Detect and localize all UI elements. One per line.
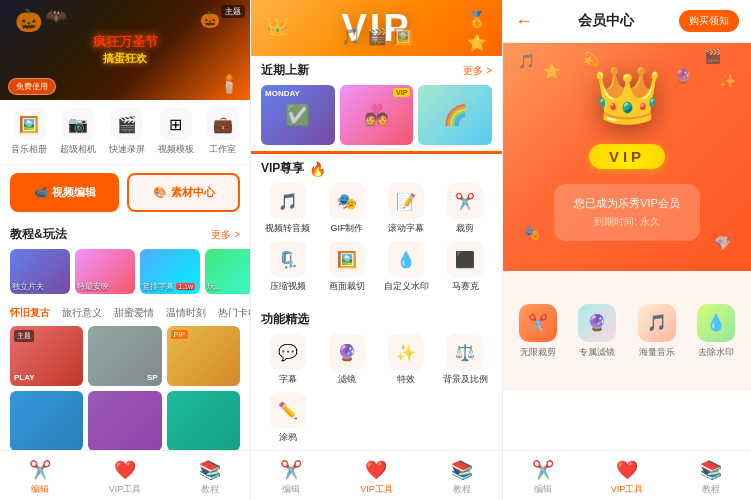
vip-info-box: 您已成为乐秀VIP会员 到期时间: 永久 (554, 184, 700, 241)
content-grid: 主题 PLAY SP PIP (0, 326, 250, 459)
grid-item-2[interactable]: SP (88, 326, 161, 386)
member-title: 会员中心 (578, 12, 634, 30)
vip-enjoy-section: VIP尊享 🔥 🎵 视频转音频 🎭 GIF制作 📝 滚动字幕 ✂️ 裁剪 🗜️ (251, 151, 502, 305)
icon-studio[interactable]: 💼 工作室 (207, 108, 239, 156)
recent-item-3[interactable]: 🌈 (418, 85, 492, 145)
feature-audio-convert[interactable]: 🎵 视频转音频 (261, 183, 314, 235)
nav3-edit[interactable]: ✂️ 编辑 (532, 459, 554, 496)
tab-warm[interactable]: 温情时刻 (166, 306, 206, 320)
tutorial-item-1[interactable]: 独立片夫 (10, 249, 70, 294)
perk-2-label: 专属滤镜 (579, 346, 615, 359)
vip-content: 🎵 ⭐ 🎬 ✨ 💫 🔮 🎭 💎 👑 VIP 您已成为乐秀VIP会员 到期时间: … (503, 43, 751, 450)
perk-1[interactable]: ✂️ 无限裁剪 (513, 304, 563, 359)
recent-item-1[interactable]: MONDAY ✅ (261, 85, 335, 145)
nav2-vip-label: VIP工具 (360, 483, 393, 496)
tutorial-label: 教程 (201, 483, 219, 496)
screen-record-icon: 🎬 (111, 108, 143, 140)
vip-bottom-icons: 🎵🎬🖼️ (341, 27, 413, 46)
recent-updates-section: 近期上新 更多 > MONDAY ✅ 💑 VIP 🌈 (251, 56, 502, 151)
func-graffiti[interactable]: ✏️ 涂鸦 (261, 392, 314, 444)
icon-music-album[interactable]: 🖼️ 音乐相册 (11, 108, 47, 156)
grid-item-6[interactable] (167, 391, 240, 451)
nav3-tutorial-icon: 📚 (700, 459, 722, 481)
recent-item-2[interactable]: 💑 VIP (340, 85, 414, 145)
icon-screen-record[interactable]: 🎬 快速录屏 (109, 108, 145, 156)
nav2-tutorial-label: 教程 (453, 483, 471, 496)
nav-tutorial[interactable]: 📚 教程 (199, 459, 221, 496)
studio-label: 工作室 (209, 143, 236, 156)
nav2-tutorial[interactable]: 📚 教程 (451, 459, 473, 496)
perk-2-icon: 🔮 (578, 304, 616, 342)
feature-scroll-caption[interactable]: 📝 滚动字幕 (380, 183, 433, 235)
nav3-vip-tools[interactable]: ❤️ VIP工具 (611, 459, 644, 496)
feature-watermark[interactable]: 💧 自定义水印 (380, 241, 433, 293)
icon-video-template[interactable]: ⊞ 视频模板 (158, 108, 194, 156)
grid-item-1[interactable]: 主题 PLAY (10, 326, 83, 386)
tutorials-title: 教程&玩法 (10, 226, 67, 243)
nav3-tutorial-label: 教程 (702, 483, 720, 496)
nav2-vip-tools[interactable]: ❤️ VIP工具 (360, 459, 393, 496)
float-icon-4: ✨ (719, 73, 736, 89)
icon-super-camera[interactable]: 📷 超级相机 (60, 108, 96, 156)
vip-expire-text: 到期时间: 永久 (574, 215, 680, 229)
tab-sweet[interactable]: 甜蜜爱情 (114, 306, 154, 320)
nav-edit[interactable]: ✂️ 编辑 (29, 459, 51, 496)
grid-item-4[interactable] (10, 391, 83, 451)
feature-gif[interactable]: 🎭 GIF制作 (320, 183, 373, 235)
function-icons-row: 🖼️ 音乐相册 📷 超级相机 🎬 快速录屏 ⊞ 视频模板 💼 工作室 (0, 100, 250, 165)
tab-travel[interactable]: 旅行意义 (62, 306, 102, 320)
tutorials-more[interactable]: 更多 > (211, 228, 240, 242)
perk-3[interactable]: 🎵 海量音乐 (632, 304, 682, 359)
perk-2[interactable]: 🔮 专属滤镜 (573, 304, 623, 359)
category-tabs: 怀旧复古 旅行意义 甜蜜爱情 温情时刻 热门卡# (0, 302, 250, 326)
vip-side-icons: 🏅 ⭐ ✨ (467, 10, 487, 56)
back-button[interactable]: ← (515, 11, 533, 32)
recent-grid: MONDAY ✅ 💑 VIP 🌈 (261, 85, 492, 145)
float-icon-6: 🔮 (674, 68, 691, 84)
tab-nostalgia[interactable]: 怀旧复古 (10, 306, 50, 320)
tutorial-item-3[interactable]: 竖排字幕 1.1w (140, 249, 200, 294)
frame-crop-label: 画面裁切 (329, 280, 365, 293)
tutorial-item-4[interactable]: 玩... (205, 249, 250, 294)
graffiti-icon: ✏️ (270, 392, 306, 428)
filter-label: 滤镜 (338, 373, 356, 386)
perk-1-icon: ✂️ (519, 304, 557, 342)
perk-3-icon: 🎵 (638, 304, 676, 342)
vip-tools-label: VIP工具 (109, 483, 142, 496)
perk-4-icon: 💧 (697, 304, 735, 342)
func-caption[interactable]: 💬 字幕 (261, 334, 314, 386)
vip-fire-icon: 🔥 (309, 161, 326, 177)
crown-container: 👑 VIP (589, 63, 665, 169)
tab-hot[interactable]: 热门卡# (218, 306, 250, 320)
music-album-label: 音乐相册 (11, 143, 47, 156)
func-background[interactable]: ⚖️ 背景及比例 (439, 334, 492, 386)
nav2-edit[interactable]: ✂️ 编辑 (280, 459, 302, 496)
vip-badge-2: VIP (393, 88, 410, 97)
audio-convert-label: 视频转音频 (265, 222, 310, 235)
watermark-label: 自定义水印 (384, 280, 429, 293)
feature-crop[interactable]: ✂️ 裁剪 (439, 183, 492, 235)
buy-button[interactable]: 购买领知 (679, 10, 739, 32)
tutorial-label-2: 特最安映 (77, 281, 109, 292)
nav-vip-tools[interactable]: ❤️ VIP工具 (109, 459, 142, 496)
perk-4[interactable]: 💧 去除水印 (692, 304, 742, 359)
graffiti-label: 涂鸦 (279, 431, 297, 444)
grid-item-5[interactable] (88, 391, 161, 451)
panel2-bottom-nav: ✂️ 编辑 ❤️ VIP工具 📚 教程 (251, 450, 502, 500)
func-effects[interactable]: ✨ 特效 (380, 334, 433, 386)
frame-crop-icon: 🖼️ (329, 241, 365, 277)
recent-header: 近期上新 更多 > (261, 62, 492, 79)
nav3-tutorial[interactable]: 📚 教程 (700, 459, 722, 496)
grid-item-3[interactable]: PIP (167, 326, 240, 386)
recent-more[interactable]: 更多 > (463, 64, 492, 78)
feature-mosaic[interactable]: ⬛ 马赛克 (439, 241, 492, 293)
tutorial-item-2[interactable]: 特最安映 (75, 249, 135, 294)
video-edit-button[interactable]: 📹 视频编辑 (10, 173, 119, 212)
func-filter[interactable]: 🔮 滤镜 (320, 334, 373, 386)
main-buttons: 📹 视频编辑 🎨 素材中心 (0, 165, 250, 220)
feature-frame-crop[interactable]: 🖼️ 画面裁切 (320, 241, 373, 293)
feature-compress[interactable]: 🗜️ 压缩视频 (261, 241, 314, 293)
watermark-icon: 💧 (388, 241, 424, 277)
material-center-button[interactable]: 🎨 素材中心 (127, 173, 240, 212)
halloween-banner[interactable]: 🎃 🦇 🎃 🕯️ 🦇 疯狂万圣节 搞蛋狂欢 免费使用 主题 (0, 0, 250, 100)
